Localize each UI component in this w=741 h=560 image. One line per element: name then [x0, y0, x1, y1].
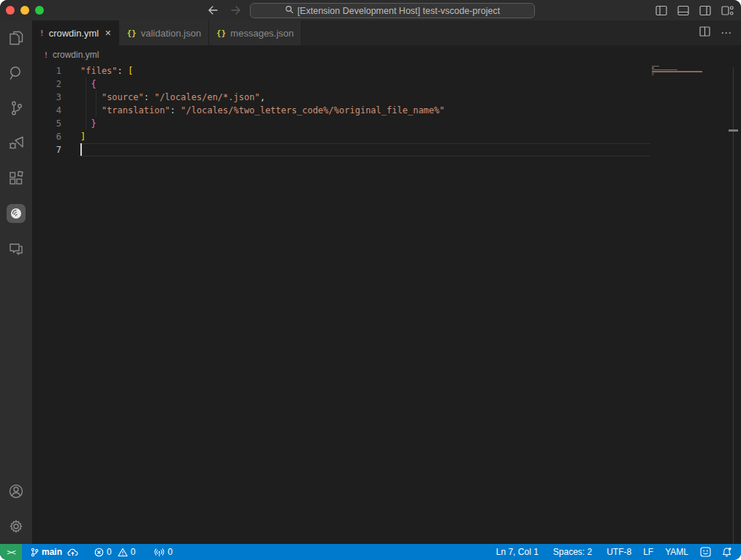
toggle-primary-sidebar-icon[interactable]: [656, 5, 667, 16]
titlebar: [Extension Development Host] test-vscode…: [0, 0, 741, 20]
errors-icon: [94, 548, 104, 557]
tab-validation-json[interactable]: {} validation.json: [119, 20, 209, 45]
window-close-button[interactable]: [6, 6, 15, 15]
line-number[interactable]: 6: [32, 130, 80, 143]
navigate-forward-icon[interactable]: [230, 5, 242, 15]
overview-ruler-cursor-marker: [729, 129, 738, 132]
indent-guide: [96, 104, 96, 117]
run-debug-icon[interactable]: [0, 126, 32, 161]
json-file-icon: {}: [126, 29, 136, 38]
code-line[interactable]: 4 "translation": "/locales/%two_letters_…: [32, 104, 741, 117]
indentation-status[interactable]: Spaces: 2: [548, 544, 597, 560]
eol: LF: [643, 547, 653, 557]
line-number[interactable]: 4: [32, 104, 80, 117]
toggle-secondary-sidebar-icon[interactable]: [699, 5, 711, 16]
encoding: UTF-8: [607, 547, 631, 557]
warnings-count: 0: [131, 547, 136, 557]
breadcrumb-file[interactable]: crowdin.yml: [53, 50, 99, 60]
encoding-status[interactable]: UTF-8: [601, 544, 636, 560]
tab-crowdin-yml[interactable]: ! crowdin.yml ✕: [32, 20, 119, 45]
code-lines[interactable]: 1"files": [2 {3 "source": "/locales/en/*…: [32, 64, 741, 156]
minimap-line: [652, 71, 702, 72]
accounts-icon[interactable]: [0, 474, 32, 509]
search-icon: [285, 5, 294, 16]
indentation: Spaces: 2: [553, 547, 592, 557]
explorer-icon[interactable]: [0, 20, 32, 56]
line-number[interactable]: 2: [32, 77, 80, 91]
editor-group: ! crowdin.yml ✕ {} validation.json {} me…: [32, 20, 741, 544]
status-bar: >< main 0 0 0 Ln 7,: [0, 544, 741, 560]
indent-guide: [86, 77, 86, 91]
text-cursor: [80, 143, 82, 156]
minimap-line: [652, 66, 659, 67]
indent-guide: [86, 104, 86, 117]
vscode-window: [Extension Development Host] test-vscode…: [0, 0, 741, 560]
crowdin-extension-icon[interactable]: [0, 196, 32, 231]
notifications-bell-icon[interactable]: [716, 544, 735, 560]
line-number[interactable]: 7: [32, 143, 80, 156]
breadcrumbs[interactable]: ! crowdin.yml: [32, 45, 741, 64]
errors-count: 0: [107, 547, 112, 557]
eol-status[interactable]: LF: [638, 544, 658, 560]
code-line[interactable]: 7: [32, 143, 741, 156]
ports-count: 0: [167, 547, 172, 557]
indent-guide: [96, 91, 96, 104]
code-line[interactable]: 1"files": [: [32, 64, 741, 77]
yaml-file-icon: !: [44, 51, 48, 59]
minimap-line: [652, 73, 654, 74]
line-number[interactable]: 5: [32, 117, 80, 130]
more-actions-icon[interactable]: ⋯: [721, 26, 732, 39]
code-line[interactable]: 5 }: [32, 117, 741, 130]
split-editor-icon[interactable]: [699, 26, 710, 39]
overview-ruler[interactable]: [733, 67, 734, 544]
problems-status[interactable]: 0 0: [89, 544, 140, 560]
branch-icon: [30, 548, 39, 557]
command-center-search[interactable]: [Extension Development Host] test-vscode…: [250, 3, 535, 18]
extensions-icon[interactable]: [0, 161, 32, 196]
branch-status[interactable]: main: [25, 544, 83, 560]
code-editor[interactable]: 1"files": [2 {3 "source": "/locales/en/*…: [32, 64, 741, 544]
ports-status[interactable]: 0: [149, 544, 178, 560]
warnings-icon: [118, 548, 128, 557]
tab-label: crowdin.yml: [49, 28, 99, 39]
tab-label: messages.json: [230, 28, 294, 39]
remote-indicator[interactable]: ><: [0, 544, 22, 560]
tab-close-icon[interactable]: ✕: [104, 29, 111, 38]
code-line[interactable]: 3 "source": "/locales/en/*.json",: [32, 91, 741, 104]
tab-bar: ! crowdin.yml ✕ {} validation.json {} me…: [32, 20, 741, 45]
settings-gear-icon[interactable]: [0, 509, 32, 544]
minimap[interactable]: [652, 64, 732, 544]
minimap-line: [652, 67, 654, 68]
source-control-icon[interactable]: [0, 91, 32, 126]
comments-icon[interactable]: [0, 231, 32, 266]
line-number[interactable]: 1: [32, 64, 80, 77]
language-mode-status[interactable]: YAML: [660, 544, 694, 560]
activity-bar: [0, 20, 32, 544]
language-mode: YAML: [665, 547, 688, 557]
indent-guide: [86, 117, 86, 130]
json-file-icon: {}: [216, 29, 226, 38]
publish-changes-icon: [67, 548, 78, 556]
window-title: [Extension Development Host] test-vscode…: [297, 6, 500, 16]
feedback-smiley-icon[interactable]: [695, 544, 716, 560]
window-minimize-button[interactable]: [20, 6, 29, 15]
customize-layout-icon[interactable]: [721, 5, 734, 16]
code-line[interactable]: 2 {: [32, 77, 741, 91]
cursor-position: Ln 7, Col 1: [496, 547, 539, 557]
minimap-line: [652, 69, 677, 70]
cursor-position-status[interactable]: Ln 7, Col 1: [491, 544, 544, 560]
window-zoom-button[interactable]: [35, 6, 44, 15]
navigate-back-icon[interactable]: [207, 5, 218, 15]
line-number[interactable]: 3: [32, 91, 80, 104]
search-sidebar-icon[interactable]: [0, 56, 32, 91]
indent-guide: [86, 91, 86, 104]
minimap-line: [652, 75, 653, 75]
toggle-panel-icon[interactable]: [677, 5, 689, 16]
window-controls: [0, 6, 44, 15]
radio-tower-icon: [154, 548, 164, 557]
tab-messages-json[interactable]: {} messages.json: [209, 20, 302, 45]
current-line-highlight: [79, 143, 650, 156]
branch-name: main: [42, 547, 62, 557]
crowdin-logo: [7, 204, 26, 223]
code-line[interactable]: 6]: [32, 130, 741, 143]
